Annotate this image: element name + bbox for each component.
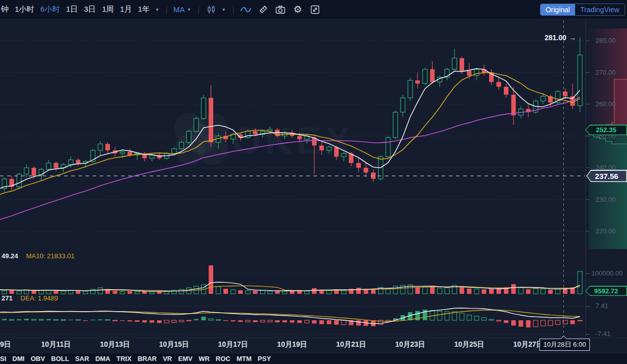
- last-price-tag: 252.35: [585, 125, 627, 135]
- indicator-tab-mtm[interactable]: MTM: [237, 355, 252, 362]
- timeframe-6h[interactable]: 6小时: [40, 5, 60, 14]
- price-axis-tick: 260.00: [595, 100, 616, 108]
- price-axis-tick: 270.00: [595, 69, 616, 76]
- timeframe-more-caret-icon[interactable]: ▾: [156, 7, 158, 12]
- indicator-tab-boll[interactable]: BOLL: [51, 355, 69, 362]
- time-axis-separator: [0, 338, 627, 338]
- time-axis-label: 10月17日: [218, 340, 248, 349]
- macd-layer: [0, 308, 582, 327]
- time-axis-label: 10月11日: [41, 340, 71, 349]
- right-arrow-icon: →: [569, 34, 576, 42]
- chart-toolbar: 钟 1小时 6小时 1日 3日 1周 1月 1年 ▾ MA ▾ ▾: [0, 0, 627, 19]
- macd-axis-bottom-tick: -7.41: [595, 330, 611, 338]
- okex-watermark: OKEX: [174, 113, 355, 165]
- toolbar-divider: [198, 5, 199, 14]
- indicator-tab-sar[interactable]: SAR: [75, 355, 89, 362]
- kline-app: OKEX 钟 1小时 6小时 1日 3日 1周 1月 1年 ▾ MA ▾ ▾: [0, 0, 627, 364]
- time-axis-label: 10月27日: [513, 340, 543, 349]
- indicator-tab-psy[interactable]: PSY: [258, 355, 271, 362]
- timeframe-1w[interactable]: 1周: [102, 5, 113, 14]
- indicator-tab-obv[interactable]: OBV: [31, 355, 45, 362]
- timeframe-3d[interactable]: 3日: [84, 5, 96, 14]
- macd-axis-top-tick: 7.41: [595, 302, 608, 310]
- indicator-tab-si[interactable]: SI: [0, 355, 6, 362]
- screenshot-camera-icon[interactable]: [274, 4, 287, 16]
- timeframe-1y[interactable]: 1年: [138, 5, 150, 14]
- time-axis-label: 10月23日: [395, 340, 425, 349]
- indicator-tab-roc[interactable]: ROC: [216, 355, 231, 362]
- indicator-tab-dma[interactable]: DMA: [95, 355, 110, 362]
- time-axis-label: 10月19日: [277, 340, 307, 349]
- indicator-tab-dmi[interactable]: DMI: [12, 355, 24, 362]
- timeframe-1m[interactable]: 1月: [120, 5, 132, 14]
- current-volume-tag: 9592.72: [585, 286, 627, 296]
- macd-indicator-readout: 271 DEA: 1.9489: [2, 294, 58, 302]
- time-axis-label: 10月25日: [454, 340, 484, 349]
- price-chart-canvas[interactable]: OKEX: [0, 0, 627, 364]
- time-axis-label: 10月15日: [159, 340, 189, 349]
- crosshair-price-tag: 237.56: [586, 170, 627, 182]
- price-axis-tick: 230.00: [595, 196, 616, 203]
- indicator-tab-trix[interactable]: TRIX: [117, 355, 132, 362]
- volume-layer: [0, 265, 582, 294]
- time-axis: 9日10月11日10月13日10月15日10月17日10月19日10月21日10…: [0, 340, 627, 350]
- settings-gear-icon[interactable]: ⚙: [292, 4, 304, 16]
- chart-view-toggle: Original TradingView: [540, 4, 625, 16]
- indicator-tab-emv[interactable]: EMV: [178, 355, 192, 362]
- ma-indicator-dropdown[interactable]: MA: [173, 5, 185, 14]
- price-axis-tick: 220.00: [595, 227, 616, 235]
- fullscreen-expand-icon[interactable]: [309, 4, 321, 16]
- volume-indicator-readout: 49.24 MA10: 21833.01: [2, 252, 75, 260]
- view-tradingview-tab[interactable]: TradingView: [575, 4, 624, 15]
- candles-layer: [0, 38, 582, 192]
- indicator-tab-bar: SIDMIOBVBOLLSARDMATRIXBRARVREMVWRROCMTMP…: [0, 353, 627, 364]
- view-original-tab[interactable]: Original: [540, 4, 575, 15]
- indicator-tab-vr[interactable]: VR: [163, 355, 172, 362]
- timeframe-minute-partial[interactable]: 钟: [1, 5, 9, 14]
- timeframe-1d[interactable]: 1日: [66, 5, 78, 14]
- line-chart-icon[interactable]: [240, 4, 252, 16]
- toolbar-divider: [233, 5, 234, 14]
- ma-dropdown-caret-icon[interactable]: ▾: [188, 7, 190, 12]
- period-high-marker: 281.00→: [545, 34, 576, 42]
- price-axis-tick: 280.00: [595, 37, 616, 44]
- volume-axis-tick: 100000.00: [591, 269, 622, 277]
- timeframe-1h[interactable]: 1小时: [15, 5, 34, 14]
- candle-style-icon[interactable]: [205, 4, 217, 16]
- indicator-tab-brar[interactable]: BRAR: [137, 355, 157, 362]
- time-axis-label: 10月21日: [336, 340, 366, 349]
- toolbar-divider: [166, 5, 167, 14]
- candle-style-caret-icon[interactable]: ▾: [222, 7, 225, 12]
- time-axis-label: 9日: [0, 340, 11, 349]
- indicator-tab-wr[interactable]: WR: [198, 355, 210, 362]
- time-axis-label: 10月13日: [100, 340, 130, 349]
- crosshair-time-tooltip: 10月28日 6:00: [539, 339, 590, 351]
- drawing-tools-icon[interactable]: [257, 4, 269, 16]
